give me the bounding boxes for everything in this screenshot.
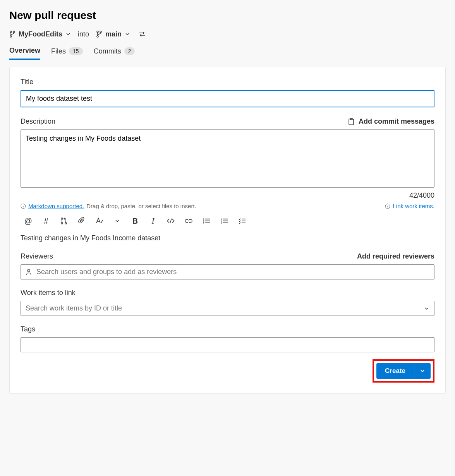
target-branch-name: main bbox=[105, 30, 122, 38]
page-title: New pull request bbox=[9, 9, 446, 22]
tabs: Overview Files 15 Commits 2 bbox=[9, 47, 446, 60]
title-input[interactable] bbox=[21, 90, 434, 107]
info-icon bbox=[21, 204, 26, 209]
create-button-label: Create bbox=[385, 367, 405, 375]
source-branch-name: MyFoodEdits bbox=[19, 30, 62, 38]
code-button[interactable] bbox=[166, 216, 175, 226]
link-work-items-link[interactable]: Link work items. bbox=[393, 203, 434, 209]
source-branch-selector[interactable]: MyFoodEdits bbox=[9, 30, 71, 38]
italic-button[interactable]: I bbox=[148, 216, 158, 226]
work-items-label: Work items to link bbox=[21, 289, 434, 297]
target-branch-selector[interactable]: main bbox=[96, 30, 130, 38]
tab-label: Overview bbox=[9, 47, 40, 55]
chevron-down-icon bbox=[115, 218, 120, 224]
svg-point-0 bbox=[10, 31, 12, 33]
mention-button[interactable]: @ bbox=[24, 216, 33, 226]
hashtag-button[interactable]: # bbox=[41, 216, 51, 226]
person-icon bbox=[26, 269, 32, 276]
description-preview: Testing changes in My Foods Income datas… bbox=[21, 234, 434, 242]
pr-link-button[interactable] bbox=[59, 216, 69, 226]
svg-point-14 bbox=[61, 218, 63, 219]
description-textarea[interactable] bbox=[21, 129, 434, 188]
tab-label: Commits bbox=[94, 47, 121, 55]
bullet-list-button[interactable] bbox=[202, 216, 211, 226]
svg-point-18 bbox=[203, 221, 204, 222]
bullet-list-icon bbox=[203, 218, 210, 224]
bold-icon: B bbox=[132, 217, 138, 226]
work-items-input[interactable] bbox=[26, 304, 429, 312]
into-label: into bbox=[78, 30, 89, 38]
description-label: Description bbox=[21, 117, 55, 126]
chevron-down-icon bbox=[420, 368, 425, 374]
svg-rect-22 bbox=[205, 222, 210, 223]
commits-count-badge: 2 bbox=[124, 47, 135, 55]
create-button-highlight: Create bbox=[373, 359, 434, 383]
add-commit-messages-label: Add commit messages bbox=[359, 117, 434, 126]
svg-rect-21 bbox=[205, 221, 210, 221]
editor-toolbar: @ # B I bbox=[21, 214, 434, 228]
more-style-button[interactable] bbox=[113, 216, 122, 226]
pr-icon bbox=[60, 217, 68, 225]
attach-button[interactable] bbox=[77, 216, 86, 226]
tab-label: Files bbox=[51, 47, 66, 55]
svg-text:3: 3 bbox=[221, 222, 222, 224]
numbered-list-icon: 123 bbox=[221, 218, 228, 224]
chevron-down-icon bbox=[65, 31, 71, 37]
info-icon bbox=[385, 204, 390, 209]
text-style-button[interactable] bbox=[95, 216, 104, 226]
tags-input-row[interactable] bbox=[21, 337, 434, 352]
svg-rect-20 bbox=[205, 219, 210, 219]
add-commit-messages-button[interactable]: Add commit messages bbox=[348, 117, 434, 126]
tags-label: Tags bbox=[21, 325, 434, 333]
branch-icon bbox=[9, 31, 15, 38]
numbered-list-button[interactable]: 123 bbox=[220, 216, 229, 226]
paperclip-icon bbox=[78, 217, 85, 225]
markdown-hint: Drag & drop, paste, or select files to i… bbox=[86, 203, 196, 209]
svg-point-16 bbox=[65, 222, 67, 224]
checklist-icon bbox=[239, 218, 246, 224]
markdown-supported-link[interactable]: Markdown supported. bbox=[28, 203, 84, 209]
swap-icon bbox=[139, 31, 146, 37]
at-icon: @ bbox=[24, 217, 32, 226]
reviewers-input[interactable] bbox=[36, 268, 429, 276]
chevron-down-icon bbox=[125, 31, 130, 37]
svg-point-19 bbox=[203, 222, 204, 224]
italic-icon: I bbox=[152, 217, 155, 226]
create-dropdown-button[interactable] bbox=[414, 363, 431, 379]
tags-input[interactable] bbox=[26, 341, 429, 349]
add-required-reviewers-button[interactable]: Add required reviewers bbox=[357, 252, 434, 260]
clipboard-icon bbox=[348, 118, 355, 126]
add-required-reviewers-label: Add required reviewers bbox=[357, 252, 434, 260]
svg-point-2 bbox=[13, 31, 15, 33]
char-count: 42/4000 bbox=[21, 191, 434, 200]
link-button[interactable] bbox=[184, 216, 193, 226]
svg-point-5 bbox=[100, 31, 101, 33]
hash-icon: # bbox=[44, 217, 48, 226]
tab-files[interactable]: Files 15 bbox=[51, 47, 83, 60]
reviewers-label: Reviewers bbox=[21, 252, 53, 260]
tab-commits[interactable]: Commits 2 bbox=[94, 47, 135, 60]
svg-point-32 bbox=[27, 269, 30, 272]
files-count-badge: 15 bbox=[69, 47, 83, 55]
svg-rect-26 bbox=[223, 219, 228, 219]
title-label: Title bbox=[21, 78, 434, 86]
chevron-down-icon bbox=[424, 306, 429, 311]
bold-button[interactable]: B bbox=[130, 216, 140, 226]
svg-point-1 bbox=[10, 36, 12, 37]
create-button[interactable]: Create bbox=[376, 363, 414, 379]
svg-point-3 bbox=[97, 31, 98, 33]
branch-icon bbox=[96, 31, 102, 38]
svg-rect-28 bbox=[223, 222, 228, 223]
svg-point-17 bbox=[203, 219, 204, 220]
svg-rect-27 bbox=[223, 221, 228, 221]
checklist-button[interactable] bbox=[237, 216, 247, 226]
overview-card: Title Description Add commit messages 42… bbox=[9, 67, 446, 394]
swap-branches-button[interactable] bbox=[137, 29, 147, 39]
svg-point-4 bbox=[97, 36, 98, 37]
tab-overview[interactable]: Overview bbox=[9, 47, 40, 60]
code-icon bbox=[167, 218, 175, 224]
reviewers-input-row[interactable] bbox=[21, 264, 434, 279]
branch-selector-bar: MyFoodEdits into main bbox=[9, 29, 446, 39]
work-items-input-row[interactable] bbox=[21, 301, 434, 316]
create-split-button: Create bbox=[376, 363, 431, 379]
